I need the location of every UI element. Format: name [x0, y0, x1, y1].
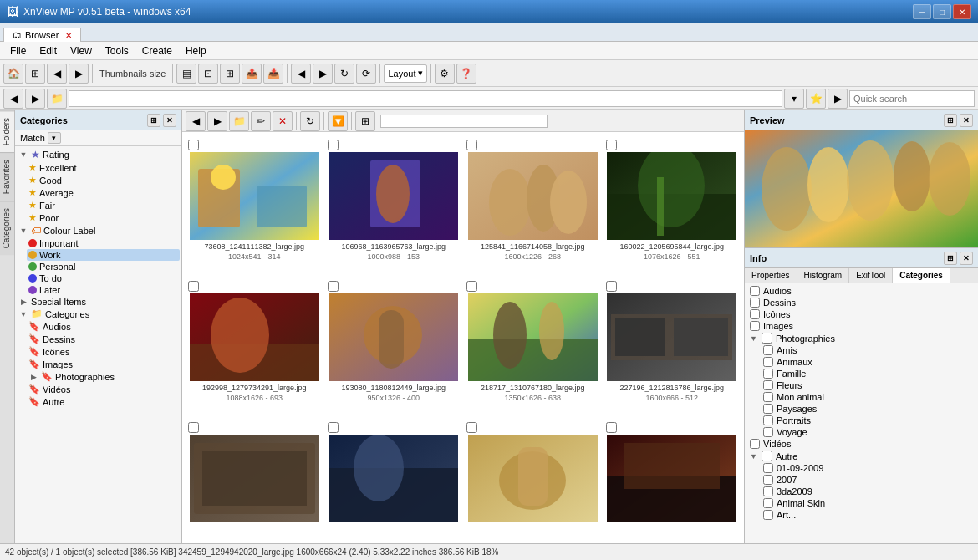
refresh-button[interactable]: ↻ — [334, 64, 354, 84]
folder-icon-btn[interactable]: 📁 — [47, 89, 67, 109]
file-check-0[interactable] — [188, 140, 199, 150]
home-button[interactable]: 🏠 — [3, 64, 23, 84]
check-fleurs[interactable] — [763, 380, 773, 390]
file-check-3[interactable] — [606, 140, 617, 150]
file-item-11[interactable] — [604, 418, 741, 540]
favorites-btn[interactable]: ⭐ — [806, 89, 826, 109]
check-photographies[interactable] — [762, 333, 772, 344]
file-item-8[interactable] — [186, 418, 323, 540]
info-close-btn[interactable]: ✕ — [960, 252, 973, 265]
file-check-10[interactable] — [466, 422, 477, 433]
import-button[interactable]: 📥 — [263, 64, 283, 84]
check-art[interactable] — [763, 510, 773, 520]
check-voyage[interactable] — [763, 427, 773, 437]
file-check-8[interactable] — [188, 422, 199, 433]
file-check-5[interactable] — [328, 281, 339, 292]
menu-edit[interactable]: Edit — [33, 43, 64, 59]
search-input[interactable] — [849, 90, 975, 107]
label-important[interactable]: Important — [27, 237, 180, 249]
check-famille[interactable] — [763, 369, 773, 379]
file-check-9[interactable] — [328, 422, 339, 433]
check-3da2009[interactable] — [763, 486, 773, 496]
rating-good[interactable]: ★ Good — [27, 174, 180, 186]
nav-prev-button[interactable]: ◀ — [291, 64, 311, 84]
file-item-3[interactable]: 160022_1205695844_large.jpg 1076x1626 - … — [604, 135, 741, 275]
label-personal[interactable]: Personal — [27, 261, 180, 272]
file-item-0[interactable]: 73608_1241111382_large.jpg 1024x541 - 31… — [186, 135, 323, 275]
export-button[interactable]: 📤 — [242, 64, 262, 84]
menu-file[interactable]: File — [3, 43, 33, 59]
help-button[interactable]: ❓ — [456, 64, 476, 84]
ft-refresh[interactable]: ↻ — [300, 111, 320, 131]
special-items-group[interactable]: ▶ Special Items — [17, 296, 180, 308]
preview-close-btn[interactable]: ✕ — [960, 114, 973, 127]
file-slider[interactable] — [380, 115, 548, 128]
info-cat-photographies-group[interactable]: ▼ Photographies — [746, 332, 976, 344]
check-amis[interactable] — [763, 345, 773, 355]
go-btn[interactable]: ▶ — [828, 89, 848, 109]
match-dropdown[interactable]: ▾ — [48, 132, 61, 144]
file-check-6[interactable] — [466, 281, 477, 292]
menu-view[interactable]: View — [64, 43, 99, 59]
menu-create[interactable]: Create — [135, 43, 179, 59]
cat-expand-btn[interactable]: ⊞ — [147, 114, 160, 127]
rating-poor[interactable]: ★ Poor — [27, 211, 180, 224]
info-cat-autre-group[interactable]: ▼ Autre — [746, 450, 976, 462]
rating-average[interactable]: ★ Average — [27, 186, 180, 199]
maximize-button[interactable]: □ — [933, 4, 951, 19]
cat-images[interactable]: 🔖 Images — [27, 358, 180, 370]
thumb-size-button[interactable]: ▤ — [176, 64, 196, 84]
cat-dessins[interactable]: 🔖 Dessins — [27, 333, 180, 345]
check-images[interactable] — [750, 321, 760, 331]
file-item-5[interactable]: 193080_1180812449_large.jpg 950x1326 - 4… — [325, 277, 463, 416]
file-item-4[interactable]: 192998_1279734291_large.jpg 1088x1626 - … — [186, 277, 323, 416]
file-check-4[interactable] — [188, 281, 199, 292]
minimize-button[interactable]: ─ — [913, 4, 931, 19]
check-videos[interactable] — [750, 439, 760, 449]
check-dessins[interactable] — [750, 298, 760, 308]
nav-next-button[interactable]: ▶ — [313, 64, 333, 84]
file-item-10[interactable] — [464, 418, 602, 540]
menu-tools[interactable]: Tools — [99, 43, 135, 59]
addr-dropdown-btn[interactable]: ▾ — [784, 89, 804, 109]
ft-up[interactable]: 📁 — [229, 111, 249, 131]
settings-button[interactable]: ⚙ — [435, 64, 455, 84]
rating-fair[interactable]: ★ Fair — [27, 199, 180, 211]
favorites-tab[interactable]: Favorites — [0, 152, 14, 201]
info-expand-btn[interactable]: ⊞ — [944, 252, 957, 265]
tab-properties[interactable]: Properties — [745, 268, 797, 283]
label-todo[interactable]: To do — [27, 272, 180, 284]
file-item-6[interactable]: 218717_1310767180_large.jpg 1350x1626 - … — [464, 277, 602, 416]
nav-forward-button[interactable]: ▶ — [69, 64, 89, 84]
ft-delete[interactable]: ✕ — [273, 111, 293, 131]
label-work[interactable]: Work — [27, 249, 180, 261]
nav-back-button[interactable]: ◀ — [47, 64, 67, 84]
cat-audios[interactable]: 🔖 Audios — [27, 320, 180, 333]
fullscreen-button[interactable]: ⊞ — [220, 64, 240, 84]
check-audios[interactable] — [750, 286, 760, 296]
check-monanimal[interactable] — [763, 392, 773, 402]
cat-icones[interactable]: 🔖 Icônes — [27, 345, 180, 358]
file-check-2[interactable] — [466, 140, 477, 150]
check-animaux[interactable] — [763, 357, 773, 367]
rating-group[interactable]: ▼ ★ Rating — [17, 148, 180, 161]
check-icones[interactable] — [750, 309, 760, 319]
tab-exiftool[interactable]: ExifTool — [849, 268, 893, 283]
file-item-9[interactable] — [325, 418, 463, 540]
ft-filter[interactable]: 🔽 — [328, 111, 348, 131]
check-animalskin[interactable] — [763, 498, 773, 508]
cat-autre[interactable]: 🔖 Autre — [27, 395, 180, 408]
file-item-2[interactable]: 125841_1166714058_large.jpg 1600x1226 - … — [464, 135, 602, 275]
check-portraits[interactable] — [763, 415, 773, 425]
tab-categories[interactable]: Categories — [893, 268, 950, 283]
colour-label-group[interactable]: ▼ 🏷 Colour Label — [17, 224, 180, 237]
tab-histogram[interactable]: Histogram — [797, 268, 850, 283]
folders-tab[interactable]: Folders — [0, 110, 14, 152]
check-paysages[interactable] — [763, 404, 773, 414]
cat-videos[interactable]: 🔖 Vidéos — [27, 383, 180, 395]
addr-back-button[interactable]: ◀ — [3, 89, 23, 109]
preview-expand-btn[interactable]: ⊞ — [944, 114, 957, 127]
cat-photographies[interactable]: ▶ 🔖 Photographies — [27, 370, 180, 383]
address-input[interactable]: C:\Users\thibaud\Pictures\cgchannel\ — [69, 90, 782, 107]
layout-dropdown[interactable]: Layout ▾ — [384, 64, 426, 83]
